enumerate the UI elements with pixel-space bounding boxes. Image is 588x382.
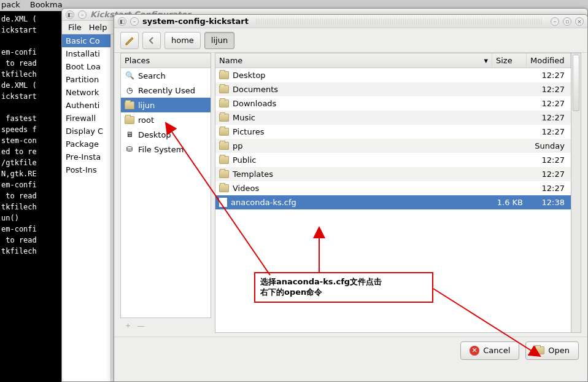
path-segment-lijun[interactable]: lijun [204,32,234,49]
menu-help[interactable]: Help [89,23,107,32]
taskbar-bookmarks[interactable]: Bookma [30,0,63,9]
places-item[interactable]: root [121,112,211,127]
places-item-label: Recently Used [138,86,195,95]
cancel-button[interactable]: ✕ Cancel [460,341,519,360]
sidebar-item-package[interactable]: Package [62,138,110,150]
titlebar-decoration [256,18,543,25]
places-item[interactable]: 🖥Desktop [121,127,211,142]
sidebar-item-partition[interactable]: Partition [62,73,110,86]
places-panel: Places 🔍Search◷Recently Usedlijunroot🖥De… [120,53,211,318]
folder-icon [219,114,229,122]
annotation-line2: 右下的open命令 [260,287,427,298]
places-header: Places [121,53,211,68]
remove-bookmark-button[interactable]: — [137,321,145,330]
file-modified: 12:27 [527,170,571,179]
desktop-icon: 🖥 [125,130,134,139]
cancel-icon: ✕ [470,346,479,356]
open-button[interactable]: Open [525,341,579,360]
file-row[interactable]: Videos12:27 [215,181,571,195]
chevron-left-icon [148,37,155,44]
dialog-button-bar: ✕ Cancel Open [114,337,587,364]
places-item[interactable]: lijun [121,98,211,112]
path-label: lijun [211,36,228,45]
cancel-label: Cancel [483,346,510,355]
file-name: pp [233,141,243,150]
folder-icon [219,99,229,107]
terminal: de.XML ( ickstart em-confi to read tkfil… [0,11,61,382]
close-button[interactable]: × [575,17,584,26]
col-name[interactable]: Name ▾ [215,53,492,68]
file-modified: 12:27 [527,99,571,108]
sidebar-item-basic[interactable]: Basic Co [62,34,110,47]
minimize-button[interactable]: – [551,17,559,26]
kickstart-sidebar: Basic Co Installati Boot Loa Partition N… [62,34,111,381]
file-list-scrollbar[interactable] [571,53,581,333]
minimize-icon[interactable]: – [130,17,139,26]
sidebar-item-network[interactable]: Network [62,86,110,99]
sidebar-item-postinstall[interactable]: Post-Ins [62,163,110,176]
annotation-callout: 选择anaconda-ks.cfg文件点击 右下的open命令 [254,272,433,303]
folder-icon [125,100,134,110]
places-item-label: Desktop [138,130,171,139]
places-item-label: File System [138,145,184,154]
file-modified: 12:27 [527,85,571,94]
path-segment-home[interactable]: home [164,32,201,49]
file-row[interactable]: Desktop12:27 [215,68,571,82]
col-modified[interactable]: Modified [527,53,571,68]
edit-path-button[interactable] [120,32,139,49]
places-item[interactable]: 🔍Search [121,68,211,83]
maximize-button[interactable]: ▫ [563,17,571,26]
col-size[interactable]: Size [492,53,527,68]
open-label: Open [548,346,570,355]
file-modified: 12:27 [527,71,571,80]
file-name: Documents [233,85,278,94]
taskbar-back[interactable]: pack [1,0,20,9]
file-row[interactable]: Pictures12:27 [215,125,571,139]
sidebar-item-preinstall[interactable]: Pre-Insta [62,150,110,163]
folder-icon [219,71,229,79]
file-modified: Sunday [527,141,571,150]
file-modified: 12:27 [527,155,571,165]
file-name: Pictures [233,127,264,136]
path-label: home [171,36,194,45]
file-name: Downloads [233,99,276,108]
file-row[interactable]: Music12:27 [215,111,571,125]
sidebar-item-firewall[interactable]: Firewall [62,112,110,125]
file-row[interactable]: Documents12:27 [215,82,571,96]
sidebar-item-install[interactable]: Installati [62,47,110,60]
file-modified: 12:38 [527,198,571,207]
file-row[interactable]: Templates12:27 [215,167,571,181]
window-menu-icon[interactable]: ◧ [118,17,126,26]
col-name-label: Name [219,56,242,65]
search-icon: 🔍 [125,71,134,80]
file-row[interactable]: ppSunday [215,139,571,153]
sidebar-item-auth[interactable]: Authenti [62,99,110,112]
file-row[interactable]: Public12:27 [215,153,571,167]
minimize-icon[interactable]: – [78,10,87,19]
file-row[interactable]: Downloads12:27 [215,96,571,111]
file-row[interactable]: anaconda-ks.cfg1.6 KB12:38 [215,195,571,209]
places-item[interactable]: ◷Recently Used [121,83,211,98]
file-name: Desktop [233,71,266,80]
places-item[interactable]: ⛁File System [121,142,211,157]
file-dialog-toolbar: home lijun [114,28,587,53]
folder-icon [219,170,229,178]
folder-icon [219,156,229,164]
add-bookmark-button[interactable]: ＋ [124,320,132,331]
path-back-button[interactable] [142,32,161,49]
file-dialog-titlebar[interactable]: ◧ – system-config-kickstart – ▫ × [114,15,587,28]
places-item-label: lijun [138,101,155,110]
pencil-icon [124,35,135,46]
sort-indicator-icon: ▾ [484,56,488,65]
sidebar-item-boot[interactable]: Boot Loa [62,60,110,73]
folder-icon [219,128,229,136]
sidebar-item-display[interactable]: Display C [62,125,110,138]
file-modified: 12:27 [527,113,571,122]
folder-icon [219,85,229,93]
window-menu-icon[interactable]: ◧ [66,10,74,19]
annotation-line1: 选择anaconda-ks.cfg文件点击 [260,277,427,287]
places-item-label: Search [138,71,166,80]
menu-file[interactable]: File [68,23,82,32]
file-icon [219,198,227,207]
file-dialog: ◧ – system-config-kickstart – ▫ × home l… [114,14,588,382]
